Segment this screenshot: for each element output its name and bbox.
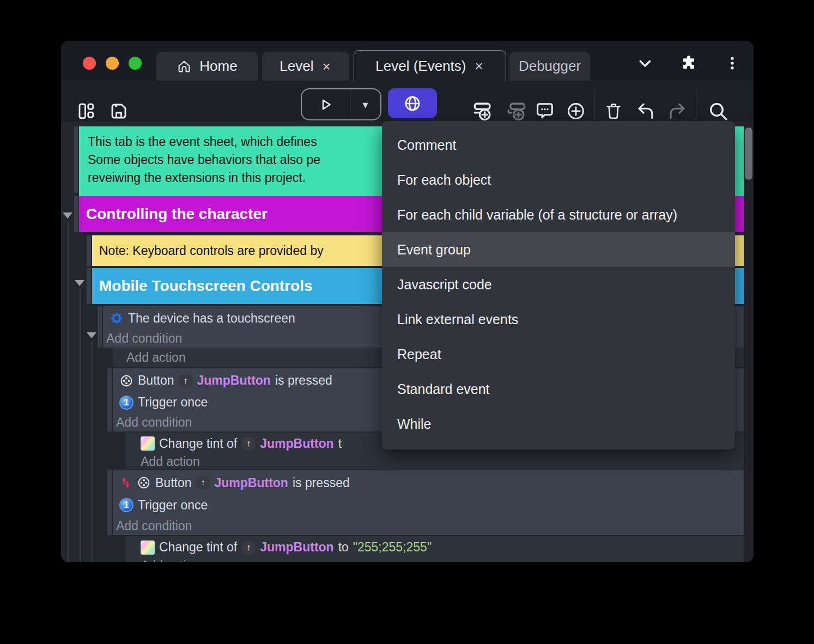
event-margin[interactable] [87, 268, 91, 304]
menu-item-for-each-child-variable[interactable]: For each child variable (of a structure … [382, 197, 735, 232]
collapse-group-toggle[interactable] [63, 212, 72, 218]
play-dropdown-caret[interactable]: ▾ [350, 89, 380, 119]
add-icon[interactable] [566, 101, 586, 121]
condition-text: is pressed [293, 476, 350, 490]
minimize-window-button[interactable] [106, 57, 119, 70]
instance-icon: ↑ [196, 476, 210, 490]
tab-label: Home [199, 58, 237, 75]
remote-preview-button[interactable] [388, 88, 437, 118]
play-button[interactable] [302, 89, 350, 119]
menu-item-standard-event[interactable]: Standard event [382, 372, 735, 406]
add-condition-link[interactable]: Add condition [116, 519, 192, 533]
instance-icon: ↑ [241, 540, 256, 555]
action-text: t [338, 436, 342, 451]
tab-level[interactable]: Level × [262, 52, 349, 81]
add-event-icon[interactable] [471, 99, 495, 123]
condition-text: The device has a touchscreen [128, 311, 295, 326]
search-icon[interactable] [707, 100, 729, 122]
object-name: JumpButton [260, 436, 333, 451]
toolbar-separator [594, 90, 594, 119]
tab-label: Level [280, 58, 313, 75]
menu-item-link-external-events[interactable]: Link external events [382, 302, 735, 337]
tab-debugger[interactable]: Debugger [509, 52, 590, 81]
tab-level-events[interactable]: Level (Events) × [354, 50, 506, 81]
close-tab-icon[interactable]: × [321, 59, 331, 74]
trigger-once-icon: 1 [119, 396, 133, 410]
addons-puzzle-icon[interactable] [680, 54, 697, 72]
menu-item-event-group[interactable]: Event group [382, 232, 735, 267]
instance-icon: ↑ [241, 436, 256, 451]
action-text: Change tint of [159, 436, 237, 451]
undo-icon[interactable] [635, 101, 656, 121]
action-text: to [338, 540, 349, 555]
object-name: JumpButton [215, 476, 288, 490]
add-action-link[interactable]: Add action [141, 558, 200, 563]
chevron-down-icon[interactable] [636, 54, 654, 72]
menu-item-while[interactable]: While [382, 406, 735, 441]
toolbar-separator [696, 90, 696, 119]
gamepad-button-icon [137, 476, 151, 490]
plugin-name: Button [138, 373, 174, 388]
add-action-link[interactable]: Add action [126, 350, 186, 365]
event-margin[interactable] [74, 196, 78, 232]
close-window-button[interactable] [83, 57, 96, 70]
add-subevent-icon [505, 99, 529, 123]
delete-icon[interactable] [604, 101, 623, 121]
trigger-once-icon: 1 [119, 498, 133, 512]
kebab-menu-icon[interactable] [724, 54, 741, 72]
add-comment-icon[interactable] [534, 100, 556, 122]
event-margin[interactable] [107, 368, 112, 432]
collapse-group-toggle[interactable] [75, 280, 84, 286]
home-icon [177, 59, 192, 74]
instance-icon: ↑ [179, 374, 193, 388]
system-gear-icon [110, 311, 124, 325]
menu-item-repeat[interactable]: Repeat [382, 337, 735, 372]
plugin-name: Button [155, 476, 192, 490]
caret-down-icon: ▾ [362, 98, 368, 111]
object-name: JumpButton [197, 373, 271, 388]
collapse-event-toggle[interactable] [87, 332, 96, 338]
gamepad-button-icon [119, 374, 133, 388]
tab-home[interactable]: Home [156, 52, 258, 81]
event-margin[interactable] [87, 235, 91, 266]
close-tab-icon[interactable]: × [474, 59, 484, 73]
string-value: "255;255;255" [353, 540, 432, 555]
action-text: Change tint of [159, 540, 237, 555]
redo-icon [667, 101, 688, 121]
vertical-scrollbar[interactable] [744, 121, 754, 562]
tint-icon [141, 436, 155, 451]
add-condition-link[interactable]: Add condition [116, 415, 192, 430]
indent-guide [80, 289, 81, 562]
inverted-condition-icon [119, 476, 132, 489]
action-change-tint-2[interactable]: Change tint of ↑ JumpButton to "255;255;… [125, 536, 744, 562]
condition-text: Trigger once [138, 498, 208, 513]
event-margin[interactable] [107, 470, 112, 535]
save-icon[interactable] [109, 101, 129, 121]
menu-item-for-each-object[interactable]: For each object [382, 162, 735, 197]
event-margin[interactable] [74, 126, 78, 193]
globe-icon [403, 94, 422, 113]
add-action-link[interactable]: Add action [141, 454, 200, 469]
condition-text: Trigger once [138, 395, 208, 410]
object-name: JumpButton [260, 540, 333, 555]
titlebar: Home Level × Level (Events) × Debugger [61, 41, 754, 81]
projects-bar-icon[interactable] [76, 101, 96, 121]
context-menu: Comment For each object For each child v… [382, 121, 735, 449]
screen: Home Level × Level (Events) × Debugger [0, 0, 814, 644]
tab-label: Level (Events) [375, 58, 466, 75]
scrollbar-thumb[interactable] [745, 127, 752, 180]
event-margin[interactable] [98, 306, 102, 348]
preview-split-button: ▾ [301, 88, 381, 120]
zoom-window-button[interactable] [129, 57, 142, 70]
toolbar: ▾ [61, 81, 754, 121]
indent-guide [68, 222, 69, 562]
note-text: Note: Keyboard controls are provided by [99, 244, 324, 258]
menu-item-comment[interactable]: Comment [382, 127, 735, 162]
indent-guide [92, 342, 93, 562]
condition-text: is pressed [275, 373, 332, 388]
app-window: Home Level × Level (Events) × Debugger [61, 41, 754, 562]
event-jumpbutton-2[interactable]: Button ↑ JumpButton is pressed 1 Trigger… [113, 470, 744, 535]
menu-item-javascript-code[interactable]: Javascript code [382, 267, 735, 302]
tint-icon [141, 540, 155, 555]
add-condition-link[interactable]: Add condition [106, 331, 182, 346]
